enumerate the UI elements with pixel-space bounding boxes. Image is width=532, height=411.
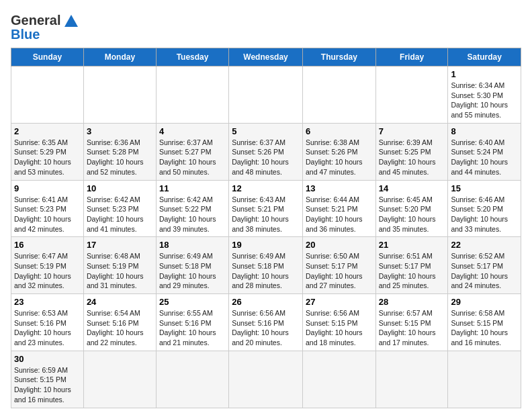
- day-number: 29: [451, 297, 518, 307]
- day-info: Sunrise: 6:39 AMSunset: 5:25 PMDaylight:…: [379, 138, 436, 176]
- day-info: Sunrise: 6:46 AMSunset: 5:20 PMDaylight:…: [451, 195, 508, 233]
- day-info: Sunrise: 6:56 AMSunset: 5:16 PMDaylight:…: [232, 309, 289, 347]
- day-info: Sunrise: 6:53 AMSunset: 5:16 PMDaylight:…: [14, 309, 71, 347]
- calendar-cell: 4Sunrise: 6:37 AMSunset: 5:27 PMDaylight…: [156, 123, 228, 180]
- calendar-cell: [83, 66, 156, 124]
- day-info: Sunrise: 6:38 AMSunset: 5:26 PMDaylight:…: [306, 138, 363, 176]
- day-number: 10: [87, 183, 153, 193]
- calendar-cell: 30Sunrise: 6:59 AMSunset: 5:15 PMDayligh…: [11, 351, 84, 408]
- calendar-cell: 8Sunrise: 6:40 AMSunset: 5:24 PMDaylight…: [448, 123, 521, 180]
- day-info: Sunrise: 6:41 AMSunset: 5:23 PMDaylight:…: [14, 195, 71, 233]
- logo-general-text: General: [11, 13, 60, 28]
- calendar-cell: 19Sunrise: 6:49 AMSunset: 5:18 PMDayligh…: [229, 237, 303, 294]
- day-info: Sunrise: 6:47 AMSunset: 5:19 PMDaylight:…: [14, 252, 71, 289]
- calendar-cell: [375, 66, 448, 124]
- calendar-cell: 18Sunrise: 6:49 AMSunset: 5:18 PMDayligh…: [156, 237, 228, 294]
- day-info: Sunrise: 6:50 AMSunset: 5:17 PMDaylight:…: [306, 252, 363, 289]
- col-header-wednesday: Wednesday: [229, 48, 303, 66]
- calendar-cell: [229, 66, 303, 124]
- day-info: Sunrise: 6:40 AMSunset: 5:24 PMDaylight:…: [451, 138, 508, 176]
- calendar-cell: 1Sunrise: 6:34 AMSunset: 5:30 PMDaylight…: [448, 66, 521, 124]
- day-number: 8: [451, 126, 518, 136]
- calendar-cell: 16Sunrise: 6:47 AMSunset: 5:19 PMDayligh…: [11, 237, 84, 294]
- calendar-cell: 17Sunrise: 6:48 AMSunset: 5:19 PMDayligh…: [83, 237, 156, 294]
- day-info: Sunrise: 6:52 AMSunset: 5:17 PMDaylight:…: [451, 252, 508, 289]
- day-number: 24: [87, 297, 153, 307]
- col-header-sunday: Sunday: [11, 48, 84, 66]
- week-row-6: 30Sunrise: 6:59 AMSunset: 5:15 PMDayligh…: [11, 351, 521, 408]
- calendar-cell: 28Sunrise: 6:57 AMSunset: 5:15 PMDayligh…: [375, 294, 448, 351]
- day-number: 20: [306, 240, 373, 250]
- day-number: 1: [451, 69, 518, 79]
- calendar-cell: 7Sunrise: 6:39 AMSunset: 5:25 PMDaylight…: [375, 123, 448, 180]
- col-header-saturday: Saturday: [448, 48, 521, 66]
- day-number: 3: [87, 126, 153, 136]
- col-header-friday: Friday: [375, 48, 448, 66]
- calendar-cell: [448, 351, 521, 408]
- day-info: Sunrise: 6:37 AMSunset: 5:27 PMDaylight:…: [159, 138, 216, 176]
- calendar-cell: 9Sunrise: 6:41 AMSunset: 5:23 PMDaylight…: [11, 180, 84, 237]
- calendar-cell: [83, 351, 156, 408]
- day-number: 18: [159, 240, 226, 250]
- calendar-cell: 26Sunrise: 6:56 AMSunset: 5:16 PMDayligh…: [229, 294, 303, 351]
- logo-blue-text: Blue: [11, 27, 40, 42]
- calendar-cell: [156, 351, 228, 408]
- day-number: 7: [379, 126, 445, 136]
- day-info: Sunrise: 6:58 AMSunset: 5:15 PMDaylight:…: [451, 309, 508, 347]
- calendar-cell: 2Sunrise: 6:35 AMSunset: 5:29 PMDaylight…: [11, 123, 84, 180]
- calendar-cell: 10Sunrise: 6:42 AMSunset: 5:23 PMDayligh…: [83, 180, 156, 237]
- week-row-4: 16Sunrise: 6:47 AMSunset: 5:19 PMDayligh…: [11, 237, 521, 294]
- week-row-5: 23Sunrise: 6:53 AMSunset: 5:16 PMDayligh…: [11, 294, 521, 351]
- day-info: Sunrise: 6:36 AMSunset: 5:28 PMDaylight:…: [87, 138, 144, 176]
- calendar-cell: 27Sunrise: 6:56 AMSunset: 5:15 PMDayligh…: [302, 294, 375, 351]
- calendar-cell: [302, 351, 375, 408]
- day-number: 9: [14, 183, 81, 193]
- day-info: Sunrise: 6:49 AMSunset: 5:18 PMDaylight:…: [159, 252, 216, 289]
- day-info: Sunrise: 6:56 AMSunset: 5:15 PMDaylight:…: [306, 309, 363, 347]
- day-number: 19: [232, 240, 300, 250]
- day-number: 2: [14, 126, 81, 136]
- day-number: 28: [379, 297, 445, 307]
- calendar-cell: 6Sunrise: 6:38 AMSunset: 5:26 PMDaylight…: [302, 123, 375, 180]
- day-info: Sunrise: 6:44 AMSunset: 5:21 PMDaylight:…: [306, 195, 363, 233]
- header: General Blue: [11, 11, 521, 42]
- day-number: 17: [87, 240, 153, 250]
- day-number: 5: [232, 126, 300, 136]
- calendar-cell: [156, 66, 228, 124]
- calendar-cell: 25Sunrise: 6:55 AMSunset: 5:16 PMDayligh…: [156, 294, 228, 351]
- week-row-3: 9Sunrise: 6:41 AMSunset: 5:23 PMDaylight…: [11, 180, 521, 237]
- day-number: 14: [379, 183, 445, 193]
- day-info: Sunrise: 6:49 AMSunset: 5:18 PMDaylight:…: [232, 252, 289, 289]
- day-number: 21: [379, 240, 445, 250]
- day-info: Sunrise: 6:34 AMSunset: 5:30 PMDaylight:…: [451, 81, 508, 119]
- day-number: 16: [14, 240, 81, 250]
- day-info: Sunrise: 6:45 AMSunset: 5:20 PMDaylight:…: [379, 195, 436, 233]
- calendar-cell: 22Sunrise: 6:52 AMSunset: 5:17 PMDayligh…: [448, 237, 521, 294]
- calendar-cell: [11, 66, 84, 124]
- day-info: Sunrise: 6:42 AMSunset: 5:22 PMDaylight:…: [159, 195, 216, 233]
- day-number: 22: [451, 240, 518, 250]
- day-info: Sunrise: 6:43 AMSunset: 5:21 PMDaylight:…: [232, 195, 289, 233]
- day-info: Sunrise: 6:42 AMSunset: 5:23 PMDaylight:…: [87, 195, 144, 233]
- week-row-1: 1Sunrise: 6:34 AMSunset: 5:30 PMDaylight…: [11, 66, 521, 124]
- calendar-cell: 12Sunrise: 6:43 AMSunset: 5:21 PMDayligh…: [229, 180, 303, 237]
- calendar-cell: [229, 351, 303, 408]
- calendar-table: SundayMondayTuesdayWednesdayThursdayFrid…: [11, 48, 521, 408]
- day-info: Sunrise: 6:51 AMSunset: 5:17 PMDaylight:…: [379, 252, 436, 289]
- day-number: 4: [159, 126, 226, 136]
- calendar-cell: 23Sunrise: 6:53 AMSunset: 5:16 PMDayligh…: [11, 294, 84, 351]
- col-header-tuesday: Tuesday: [156, 48, 228, 66]
- day-number: 25: [159, 297, 226, 307]
- header-row: SundayMondayTuesdayWednesdayThursdayFrid…: [11, 48, 521, 66]
- logo: General Blue: [11, 11, 81, 42]
- day-number: 12: [232, 183, 300, 193]
- calendar-cell: 15Sunrise: 6:46 AMSunset: 5:20 PMDayligh…: [448, 180, 521, 237]
- calendar-cell: 13Sunrise: 6:44 AMSunset: 5:21 PMDayligh…: [302, 180, 375, 237]
- calendar-cell: [375, 351, 448, 408]
- day-info: Sunrise: 6:54 AMSunset: 5:16 PMDaylight:…: [87, 309, 144, 347]
- calendar-cell: 24Sunrise: 6:54 AMSunset: 5:16 PMDayligh…: [83, 294, 156, 351]
- day-info: Sunrise: 6:48 AMSunset: 5:19 PMDaylight:…: [87, 252, 144, 289]
- day-info: Sunrise: 6:59 AMSunset: 5:15 PMDaylight:…: [14, 366, 71, 404]
- calendar-cell: 5Sunrise: 6:37 AMSunset: 5:26 PMDaylight…: [229, 123, 303, 180]
- day-info: Sunrise: 6:57 AMSunset: 5:15 PMDaylight:…: [379, 309, 436, 347]
